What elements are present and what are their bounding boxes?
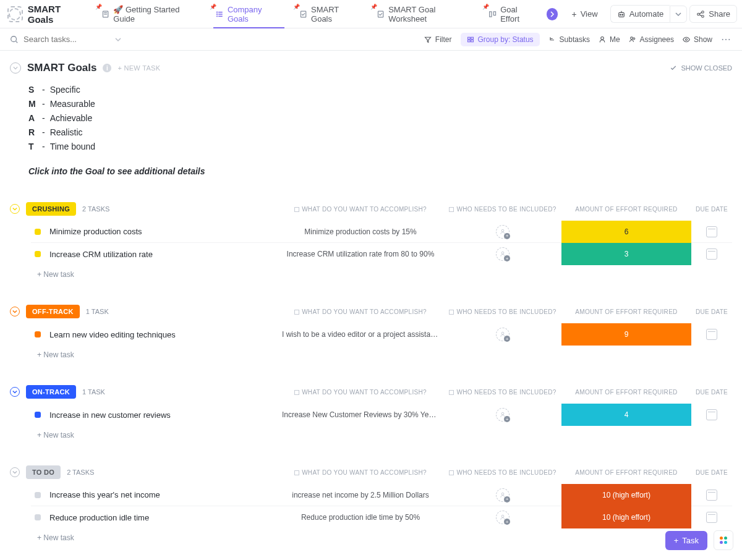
more-views-button[interactable]: [547, 8, 558, 20]
task-status-icon[interactable]: [35, 229, 41, 235]
status-pill[interactable]: TO DO: [26, 465, 61, 479]
automate-button[interactable]: Automate: [610, 5, 670, 23]
tab-smart-goals[interactable]: 📌 SMART Goals: [292, 0, 367, 28]
add-view-button[interactable]: + View: [560, 0, 605, 28]
group-collapse-button[interactable]: [10, 307, 20, 316]
show-button[interactable]: Show: [683, 35, 712, 44]
task-accomplish[interactable]: Increase CRM utilization rate from 80 to…: [277, 250, 444, 258]
task-name[interactable]: Increase CRM utilization rate: [49, 250, 235, 259]
search-wrap[interactable]: [10, 35, 134, 44]
task-row[interactable]: Increase in new customer reviewsIncrease…: [31, 404, 732, 426]
task-row[interactable]: Learn new video editing techniquesI wish…: [31, 323, 732, 346]
new-task-top-button[interactable]: + NEW TASK: [117, 64, 160, 72]
col-due-header[interactable]: DUE DATE: [691, 308, 732, 315]
col-accomplish-header[interactable]: WHAT DO YOU WANT TO ACCOMPLISH?: [277, 308, 444, 315]
task-status-icon[interactable]: [35, 514, 41, 520]
task-row[interactable]: Increase CRM utilization rateIncrease CR…: [31, 243, 732, 265]
group-by-button[interactable]: Group by: Status: [461, 33, 540, 46]
task-name[interactable]: Reduce production idle time: [49, 513, 235, 522]
task-assignee-cell[interactable]: [444, 225, 561, 239]
task-accomplish[interactable]: Increase New Customer Reviews by 30% Yea…: [277, 410, 444, 419]
collapse-list-button[interactable]: [10, 62, 21, 74]
tab-company-goals[interactable]: 📌 Company Goals: [208, 0, 289, 28]
task-assignee-cell[interactable]: [444, 511, 561, 524]
task-row[interactable]: Increase this year's net incomeincrease …: [31, 484, 732, 506]
col-due-header[interactable]: DUE DATE: [691, 389, 732, 396]
task-assignee-cell[interactable]: [444, 488, 561, 502]
task-status-icon[interactable]: [35, 412, 41, 418]
status-pill[interactable]: ON-TRACK: [26, 385, 76, 399]
task-name[interactable]: Increase this year's net income: [49, 490, 235, 499]
tab-getting-started[interactable]: 📌 🚀 Getting Started Guide: [94, 0, 206, 28]
automate-menu-button[interactable]: [670, 6, 687, 23]
task-effort[interactable]: 10 (high effort): [561, 506, 691, 528]
task-name[interactable]: Learn new video editing techniques: [49, 330, 235, 339]
filter-button[interactable]: Filter: [424, 35, 452, 44]
col-who-header[interactable]: WHO NEEDS TO BE INCLUDED?: [444, 308, 561, 315]
task-accomplish[interactable]: Minimize production costs by 15%: [277, 227, 444, 236]
chevron-down-icon[interactable]: [115, 36, 121, 43]
task-assignee-cell[interactable]: [444, 408, 561, 422]
group-collapse-button[interactable]: [10, 204, 20, 214]
col-effort-header[interactable]: AMOUNT OF EFFORT REQUIRED: [561, 206, 691, 213]
task-effort[interactable]: 10 (high effort): [561, 484, 691, 506]
task-assignee-cell[interactable]: [444, 328, 561, 341]
task-assignee-cell[interactable]: [444, 247, 561, 261]
col-due-header[interactable]: DUE DATE: [691, 469, 732, 476]
task-status-icon[interactable]: [35, 251, 41, 257]
col-effort-header[interactable]: AMOUNT OF EFFORT REQUIRED: [561, 389, 691, 396]
col-due-header[interactable]: DUE DATE: [691, 206, 732, 213]
task-name[interactable]: Increase in new customer reviews: [49, 410, 235, 420]
task-status-icon[interactable]: [35, 331, 41, 337]
task-status-icon[interactable]: [35, 492, 41, 498]
col-accomplish-header[interactable]: WHAT DO YOU WANT TO ACCOMPLISH?: [277, 206, 444, 213]
assignees-button[interactable]: Assignees: [629, 35, 674, 44]
project-chip[interactable]: SMART Goals: [5, 1, 92, 27]
new-task-row-button[interactable]: + New task: [25, 346, 732, 359]
col-who-header[interactable]: WHO NEEDS TO BE INCLUDED?: [444, 469, 561, 476]
new-task-row-button[interactable]: + New task: [25, 528, 732, 542]
search-input[interactable]: [23, 35, 110, 44]
task-due-cell[interactable]: [691, 409, 732, 420]
task-effort[interactable]: 3: [561, 243, 691, 265]
status-pill[interactable]: CRUSHING: [26, 202, 76, 216]
task-effort[interactable]: 9: [561, 323, 691, 346]
task-accomplish[interactable]: Reduce production idle time by 50%: [277, 513, 444, 522]
assignee-placeholder-icon[interactable]: [496, 511, 510, 524]
task-row[interactable]: Minimize production costsMinimize produc…: [31, 221, 732, 243]
me-button[interactable]: Me: [599, 35, 620, 44]
share-button[interactable]: Share: [689, 5, 737, 23]
assignee-placeholder-icon[interactable]: [496, 408, 510, 422]
col-effort-header[interactable]: AMOUNT OF EFFORT REQUIRED: [561, 469, 691, 476]
task-due-cell[interactable]: [691, 512, 732, 523]
task-row[interactable]: Reduce production idle timeReduce produc…: [31, 506, 732, 528]
col-effort-header[interactable]: AMOUNT OF EFFORT REQUIRED: [561, 308, 691, 315]
new-task-row-button[interactable]: + New task: [25, 265, 732, 279]
task-due-cell[interactable]: [691, 226, 732, 237]
status-pill[interactable]: OFF-TRACK: [26, 305, 80, 318]
assignee-placeholder-icon[interactable]: [496, 488, 510, 502]
col-who-header[interactable]: WHO NEEDS TO BE INCLUDED?: [444, 206, 561, 213]
show-closed-button[interactable]: SHOW CLOSED: [670, 64, 732, 72]
task-name[interactable]: Minimize production costs: [49, 227, 235, 236]
assignee-placeholder-icon[interactable]: [496, 225, 510, 239]
tab-smart-worksheet[interactable]: 📌 SMART Goal Worksheet: [369, 0, 479, 28]
info-icon[interactable]: i: [103, 64, 111, 72]
task-due-cell[interactable]: [691, 490, 732, 501]
new-task-row-button[interactable]: + New task: [25, 426, 732, 439]
col-accomplish-header[interactable]: WHAT DO YOU WANT TO ACCOMPLISH?: [277, 389, 444, 396]
task-due-cell[interactable]: [691, 248, 732, 260]
apps-fab[interactable]: [714, 530, 733, 550]
task-accomplish[interactable]: I wish to be a video editor or a project…: [277, 330, 444, 339]
subtasks-button[interactable]: Subtasks: [548, 35, 590, 44]
more-options-button[interactable]: ⋯: [721, 33, 732, 45]
group-collapse-button[interactable]: [10, 387, 20, 397]
task-effort[interactable]: 6: [561, 221, 691, 243]
assignee-placeholder-icon[interactable]: [496, 247, 510, 261]
task-accomplish[interactable]: increase net income by 2.5 Million Dolla…: [277, 491, 444, 499]
assignee-placeholder-icon[interactable]: [496, 328, 510, 341]
group-collapse-button[interactable]: [10, 467, 20, 477]
task-due-cell[interactable]: [691, 329, 732, 340]
task-effort[interactable]: 4: [561, 404, 691, 426]
col-who-header[interactable]: WHO NEEDS TO BE INCLUDED?: [444, 389, 561, 396]
